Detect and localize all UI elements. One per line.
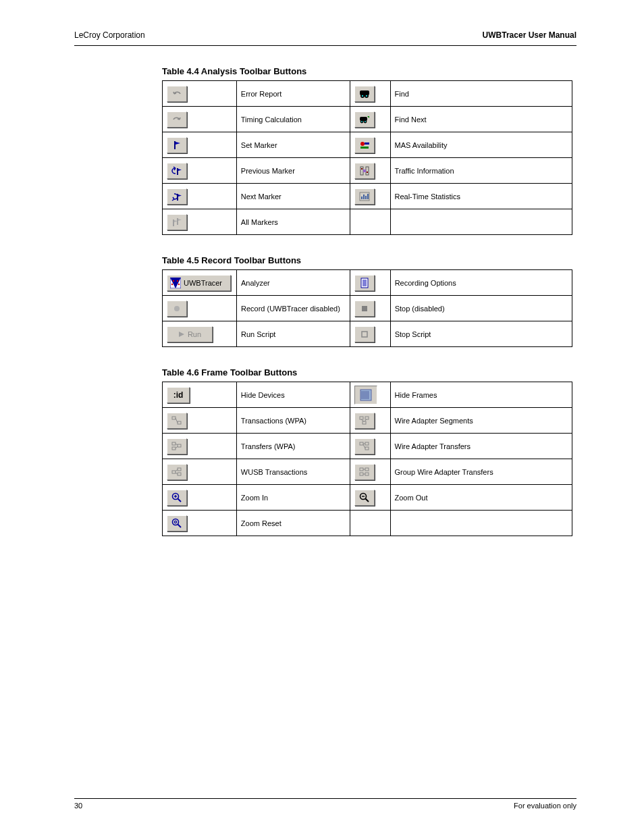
footer-page: 30 (74, 802, 82, 810)
svg-point-9 (365, 121, 366, 122)
svg-rect-51 (360, 417, 363, 419)
find-next-icon[interactable] (354, 111, 375, 128)
play-icon (178, 331, 185, 338)
run-btn[interactable]: Run (167, 326, 213, 342)
zoom-reset-icon[interactable] (167, 515, 187, 531)
next-marker-icon[interactable] (167, 188, 187, 205)
svg-point-38 (174, 306, 180, 311)
desc: Zoom Out (390, 485, 572, 511)
table-row: Zoom In Zoom Out (163, 485, 572, 511)
svg-rect-72 (360, 473, 363, 475)
id-icon[interactable]: :id (167, 387, 190, 403)
header-rule (74, 45, 576, 46)
svg-rect-73 (365, 468, 369, 471)
svg-rect-40 (362, 332, 367, 337)
stop-disabled-icon[interactable] (354, 301, 375, 317)
wpa-transfer-icon[interactable] (167, 438, 187, 454)
svg-rect-39 (362, 306, 367, 311)
rec-disabled-icon[interactable] (167, 301, 187, 317)
svg-point-30 (171, 283, 173, 284)
svg-line-50 (176, 418, 178, 423)
svg-rect-10 (174, 141, 176, 149)
prev-marker-icon[interactable] (167, 163, 187, 179)
desc: MAS Availability (390, 132, 572, 158)
group-transfer-icon[interactable] (354, 464, 375, 480)
undo-icon[interactable] (167, 86, 187, 102)
hide-frames-icon[interactable] (354, 386, 377, 405)
svg-point-29 (177, 280, 178, 281)
desc: Find (390, 81, 572, 107)
page-header: LeCroy Corporation UWBTracer User Manual (74, 30, 576, 40)
uwbtracer-label: UWBTracer (184, 279, 222, 287)
section2-title: Table 4.5 Record Toolbar Buttons (162, 255, 576, 265)
svg-rect-62 (365, 442, 369, 445)
svg-line-78 (178, 498, 182, 502)
footer-rule (74, 798, 576, 799)
desc: Find Next (390, 107, 572, 132)
desc: Error Report (236, 81, 350, 107)
table-row: Transactions (WPA) Wire Adapter Segments (163, 408, 572, 434)
svg-rect-61 (360, 442, 363, 445)
desc: Hide Frames (390, 382, 572, 408)
table-row: Error Report Find (163, 81, 572, 107)
svg-rect-17 (361, 168, 363, 170)
table-row: :id Hide Devices Hide Frames (163, 382, 572, 408)
table-row: WUSB Transactions Group Wire Adapter Tra… (163, 459, 572, 485)
redo-icon[interactable] (167, 111, 187, 128)
uwbtracer-logo-icon (170, 278, 181, 288)
uwbtracer-btn[interactable]: UWBTracer (167, 275, 231, 291)
desc: WUSB Transactions (236, 459, 350, 485)
blue-sheet-icon[interactable] (354, 275, 375, 291)
analysis-toolbar-table: Error Report Find Timing Calculation (162, 80, 572, 235)
svg-rect-23 (365, 196, 367, 199)
desc: Run Script (236, 321, 350, 347)
realtime-stats-icon[interactable] (354, 188, 375, 205)
binoculars-icon[interactable] (354, 86, 375, 102)
desc: Zoom Reset (236, 511, 350, 536)
frame-toolbar-table: :id Hide Devices Hide Frames (162, 382, 572, 536)
table-row: Record (UWBTracer disabled) Stop (disabl… (163, 296, 572, 321)
table-row: Transfers (WPA) Wire Adapter Transfers (163, 434, 572, 459)
svg-rect-18 (367, 172, 368, 173)
wpa-icon[interactable] (167, 413, 187, 429)
zoom-out-icon[interactable] (354, 490, 375, 506)
table-row: Zoom Reset (163, 511, 572, 536)
svg-rect-63 (365, 447, 369, 450)
blue-flag-icon[interactable] (167, 137, 187, 153)
desc: Stop (disabled) (390, 296, 572, 321)
desc: All Markers (236, 209, 350, 235)
desc: Hide Devices (236, 382, 350, 408)
svg-line-82 (365, 498, 369, 502)
desc: Recording Options (390, 270, 572, 296)
desc: Record (UWBTracer disabled) (236, 296, 350, 321)
desc: Wire Adapter Segments (390, 408, 572, 434)
svg-rect-22 (363, 194, 365, 199)
desc: Traffic Information (390, 158, 572, 184)
svg-rect-67 (178, 468, 181, 471)
header-company: LeCroy Corporation (74, 30, 145, 40)
traffic-info-icon[interactable] (354, 163, 375, 179)
svg-rect-56 (172, 442, 176, 445)
mas-assign-icon[interactable] (354, 137, 375, 153)
desc: Set Marker (236, 132, 350, 158)
desc: Real-Time Statistics (390, 184, 572, 209)
stop-script-icon[interactable] (354, 326, 375, 342)
desc: Wire Adapter Transfers (390, 434, 572, 459)
desc: Analyzer (236, 270, 350, 296)
wusb-trans-icon[interactable] (167, 464, 187, 480)
zoom-in-icon[interactable] (167, 490, 187, 506)
header-product: UWBTracer User Manual (483, 30, 576, 40)
svg-rect-58 (178, 444, 181, 447)
all-markers-icon[interactable] (167, 214, 187, 230)
wire-adapter-transfer-icon[interactable] (354, 438, 375, 454)
svg-rect-12 (360, 147, 369, 149)
footer-note: For evaluation only (514, 802, 576, 810)
svg-rect-49 (178, 421, 181, 424)
svg-point-85 (174, 521, 176, 523)
table-row: Timing Calculation Find Next (163, 107, 572, 132)
wire-adapter-icon[interactable] (354, 413, 375, 429)
desc: Next Marker (236, 184, 350, 209)
svg-point-4 (365, 95, 367, 96)
table-row: Set Marker MAS Availability (163, 132, 572, 158)
svg-rect-71 (360, 468, 363, 471)
